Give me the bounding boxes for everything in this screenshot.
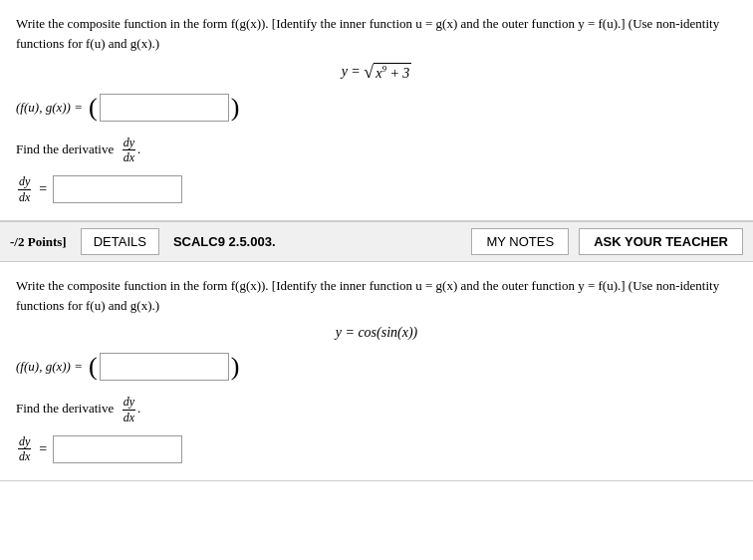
- details-button[interactable]: DETAILS: [81, 228, 159, 255]
- paren-left-2: (: [89, 354, 98, 380]
- equals-2: =: [39, 441, 47, 457]
- derivative-input-2[interactable]: [53, 435, 182, 463]
- composite-row-1: (f(u), g(x)) = ( ): [16, 94, 737, 122]
- result-num-1: dy: [18, 174, 31, 189]
- dy-dx-result-2: dy dx: [18, 434, 31, 464]
- derivative-label-1: Find the derivative dy dx .: [16, 136, 737, 165]
- problem-section-1: Write the composite function in the form…: [0, 0, 753, 221]
- composite-row-2: (f(u), g(x)) = ( ): [16, 353, 737, 381]
- points-label: -/2 Points]: [10, 234, 67, 250]
- result-num-2: dy: [18, 434, 31, 449]
- dy-dx-fraction-1: dy dx: [123, 136, 135, 165]
- scalc-label: SCALC9 2.5.003.: [173, 234, 276, 249]
- instruction-text-2: Write the composite function in the form…: [16, 276, 737, 315]
- paren-left-1: (: [89, 95, 98, 121]
- dy-dx-fraction-2: dy dx: [123, 395, 135, 424]
- derivative-input-1[interactable]: [53, 175, 182, 203]
- dy-dx-row-2: dy dx =: [16, 434, 737, 464]
- equation-label-1: y = √ x9 + 3: [342, 64, 412, 79]
- equation-display-1: y = √ x9 + 3: [16, 63, 737, 82]
- composite-input-1[interactable]: [100, 94, 229, 122]
- frac-num-2: dy: [123, 395, 135, 410]
- frac-den-1: dx: [123, 150, 135, 164]
- dy-dx-row-1: dy dx =: [16, 174, 737, 204]
- dy-dx-result-1: dy dx: [18, 174, 31, 204]
- ask-teacher-button[interactable]: ASK YOUR TEACHER: [579, 228, 743, 255]
- toolbar-bar: -/2 Points] DETAILS SCALC9 2.5.003. MY N…: [0, 221, 753, 262]
- equation-label-2: y = cos(sin(x)): [336, 325, 418, 340]
- result-den-2: dx: [18, 449, 31, 463]
- paren-right-2: ): [231, 354, 240, 380]
- result-den-1: dx: [18, 190, 31, 204]
- frac-num-1: dy: [123, 136, 135, 150]
- paren-right-1: ): [231, 95, 240, 121]
- composite-label-2: (f(u), g(x)) =: [16, 359, 83, 375]
- equals-1: =: [39, 181, 47, 197]
- instruction-text-1: Write the composite function in the form…: [16, 14, 737, 53]
- my-notes-button[interactable]: MY NOTES: [471, 228, 569, 255]
- problem-section-2: Write the composite function in the form…: [0, 262, 753, 481]
- derivative-label-2: Find the derivative dy dx .: [16, 395, 737, 424]
- composite-input-2[interactable]: [100, 353, 229, 381]
- frac-den-2: dx: [123, 411, 135, 424]
- composite-label-1: (f(u), g(x)) =: [16, 100, 83, 116]
- equation-display-2: y = cos(sin(x)): [16, 325, 737, 341]
